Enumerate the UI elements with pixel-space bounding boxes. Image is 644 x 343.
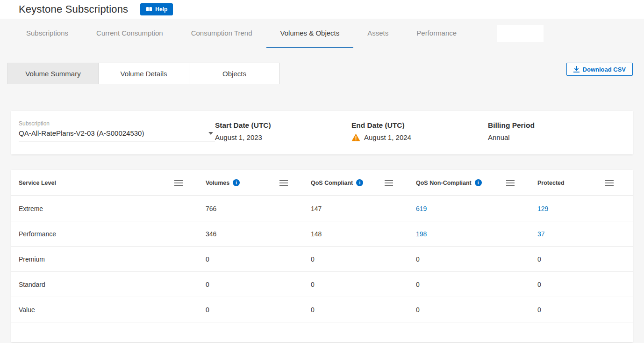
subtab-volume-summary[interactable]: Volume Summary <box>7 63 99 84</box>
cell-volumes: 0 <box>206 306 311 314</box>
cell-protected: 0 <box>537 306 625 314</box>
column-qos-non-compliant-label: QoS Non-Compliant <box>416 180 472 186</box>
column-protected-label: Protected <box>537 180 565 186</box>
cell-service-level: Standard <box>19 281 206 288</box>
tab-placeholder <box>497 25 544 42</box>
tab-consumption-trend[interactable]: Consumption Trend <box>177 19 266 48</box>
cell-qos-non-compliant-link[interactable]: 619 <box>416 205 537 212</box>
chevron-down-icon <box>208 132 213 135</box>
column-qos-compliant-label: QoS Compliant <box>311 180 353 186</box>
column-service-level: Service Level <box>19 179 206 187</box>
cell-qos-compliant: 0 <box>311 281 416 288</box>
warning-icon <box>351 133 360 141</box>
end-date-value: August 1, 2024 <box>364 133 411 141</box>
help-button-label: Help <box>155 6 167 13</box>
column-volumes-label: Volumes <box>206 180 229 186</box>
start-date-value: August 1, 2023 <box>215 133 351 141</box>
cell-qos-compliant: 0 <box>311 255 416 263</box>
column-qos-non-compliant: QoS Non-Compliant <box>416 179 537 187</box>
book-icon <box>146 7 152 12</box>
subscription-select-label: Subscription <box>19 120 215 127</box>
info-icon[interactable] <box>475 179 482 186</box>
table-row: Extreme 766 147 619 129 <box>11 196 633 221</box>
download-csv-label: Download CSV <box>583 66 626 73</box>
column-protected: Protected <box>537 179 625 187</box>
end-date-label: End Date (UTC) <box>351 121 488 130</box>
cell-qos-compliant: 0 <box>311 306 416 314</box>
subscription-select[interactable]: Subscription QA-All-RatePlans-V2-03 (A-S… <box>19 120 215 141</box>
cell-qos-non-compliant-link[interactable]: 198 <box>416 230 537 238</box>
column-volumes: Volumes <box>206 179 311 187</box>
cell-qos-non-compliant: 0 <box>416 255 537 263</box>
start-date-field: Start Date (UTC) August 1, 2023 <box>215 120 351 141</box>
info-icon[interactable] <box>233 179 240 186</box>
column-menu-icon[interactable] <box>604 179 615 187</box>
help-button[interactable]: Help <box>140 3 173 15</box>
subtab-objects[interactable]: Objects <box>189 63 280 84</box>
cell-service-level: Extreme <box>19 205 206 212</box>
start-date-label: Start Date (UTC) <box>215 121 351 130</box>
subtab-group: Volume Summary Volume Details Objects <box>7 63 280 84</box>
cell-volumes: 0 <box>206 281 311 288</box>
column-menu-icon[interactable] <box>383 179 394 187</box>
download-csv-button[interactable]: Download CSV <box>566 63 633 76</box>
cell-volumes: 766 <box>206 205 311 212</box>
cell-qos-compliant: 147 <box>311 205 416 212</box>
tab-assets[interactable]: Assets <box>353 19 402 48</box>
tab-subscriptions[interactable]: Subscriptions <box>12 19 82 48</box>
tab-bar: Subscriptions Current Consumption Consum… <box>0 19 644 48</box>
tab-current-consumption[interactable]: Current Consumption <box>82 19 177 48</box>
table-row: Value 0 0 0 0 <box>11 297 633 322</box>
subtab-volume-details[interactable]: Volume Details <box>98 63 189 84</box>
billing-period-value: Annual <box>488 133 624 141</box>
app-header: Keystone Subscriptions Help <box>0 0 644 19</box>
column-qos-compliant: QoS Compliant <box>311 179 416 187</box>
cell-qos-non-compliant: 0 <box>416 306 537 314</box>
cell-volumes: 0 <box>206 255 311 263</box>
billing-period-label: Billing Period <box>488 121 624 130</box>
cell-qos-compliant: 148 <box>311 230 416 238</box>
cell-service-level: Performance <box>19 230 206 238</box>
column-menu-icon[interactable] <box>505 179 516 187</box>
table-row: Standard 0 0 0 0 <box>11 272 633 297</box>
cell-protected: 0 <box>537 281 625 288</box>
column-menu-icon[interactable] <box>173 179 184 187</box>
info-icon[interactable] <box>356 179 363 186</box>
cell-protected-link[interactable]: 129 <box>537 205 625 212</box>
cell-qos-non-compliant: 0 <box>416 281 537 288</box>
subtab-toolbar: Volume Summary Volume Details Objects Do… <box>7 63 633 84</box>
cell-protected-link[interactable]: 37 <box>537 230 625 238</box>
table-row: Performance 346 148 198 37 <box>11 221 633 247</box>
tab-volumes-objects[interactable]: Volumes & Objects <box>266 19 354 48</box>
subscription-filter-card: Subscription QA-All-RatePlans-V2-03 (A-S… <box>11 111 633 154</box>
tab-performance[interactable]: Performance <box>402 19 471 48</box>
table-header-row: Service Level Volumes QoS Compliant <box>11 170 633 196</box>
service-level-table: Service Level Volumes QoS Compliant <box>11 170 633 342</box>
cell-protected: 0 <box>537 255 625 263</box>
billing-period-field: Billing Period Annual <box>488 120 624 141</box>
cell-volumes: 346 <box>206 230 311 238</box>
cell-service-level: Premium <box>19 255 206 263</box>
cell-service-level: Value <box>19 306 206 314</box>
column-menu-icon[interactable] <box>278 179 289 187</box>
column-service-level-label: Service Level <box>19 180 56 186</box>
end-date-field: End Date (UTC) August 1, 2024 <box>351 120 488 141</box>
page-title: Keystone Subscriptions <box>19 3 128 15</box>
table-row: Premium 0 0 0 0 <box>11 247 633 272</box>
subscription-select-value: QA-All-RatePlans-V2-03 (A-S00024530) <box>19 129 144 137</box>
download-icon <box>573 66 580 73</box>
